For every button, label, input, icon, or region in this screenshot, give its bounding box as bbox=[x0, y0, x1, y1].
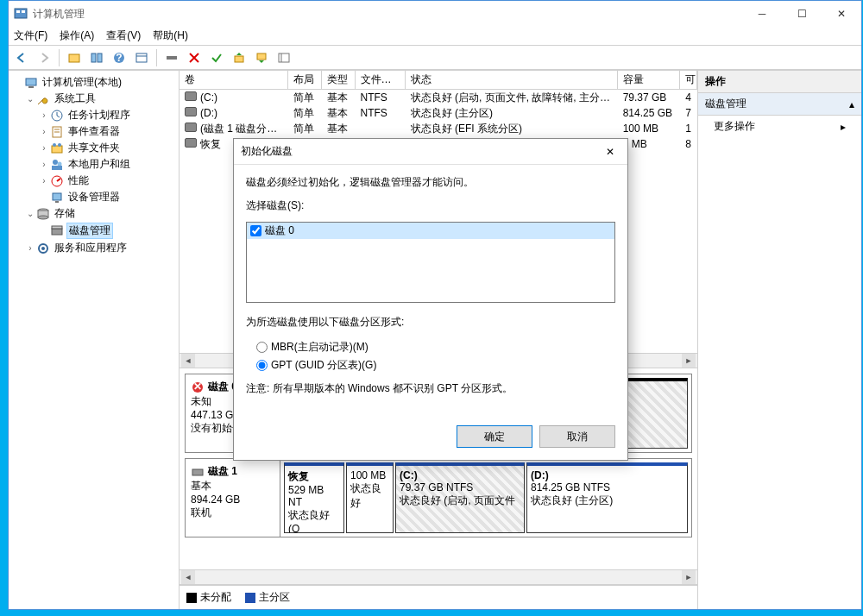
chevron-right-icon: ▸ bbox=[841, 121, 846, 133]
menu-view[interactable]: 查看(V) bbox=[106, 28, 141, 43]
tree-task-scheduler[interactable]: ›任务计划程序 bbox=[10, 107, 177, 123]
svg-text:✕: ✕ bbox=[193, 380, 202, 393]
folder-icon bbox=[67, 51, 81, 65]
clock-icon bbox=[50, 109, 64, 123]
mbr-radio[interactable] bbox=[256, 342, 268, 353]
svg-point-23 bbox=[58, 143, 61, 147]
svg-rect-0 bbox=[15, 9, 27, 18]
tree-device-manager[interactable]: 设备管理器 bbox=[10, 189, 177, 205]
h-scrollbar-bottom[interactable]: ◄► bbox=[180, 569, 697, 585]
tool-help[interactable]: ? bbox=[110, 48, 129, 67]
svg-rect-1 bbox=[16, 10, 20, 13]
col-filesystem[interactable]: 文件系统 bbox=[356, 71, 406, 89]
menu-help[interactable]: 帮助(H) bbox=[153, 28, 188, 43]
disk-down-icon bbox=[255, 51, 268, 65]
col-volume[interactable]: 卷 bbox=[180, 71, 288, 89]
scroll-left-icon[interactable]: ◄ bbox=[181, 354, 195, 368]
legend-swatch-unalloc bbox=[186, 593, 197, 603]
scroll-right-icon[interactable]: ► bbox=[682, 570, 696, 584]
ok-button[interactable]: 确定 bbox=[457, 425, 532, 448]
cancel-button[interactable]: 取消 bbox=[539, 425, 615, 448]
mbr-radio-row[interactable]: MBR(主启动记录)(M) bbox=[246, 338, 615, 356]
disk-row-1[interactable]: 磁盘 1 基本 894.24 GB 联机 恢复529 MB NT状态良好 (O … bbox=[185, 458, 692, 537]
tree-system-tools[interactable]: ⌄系统工具 bbox=[10, 91, 177, 107]
volume-row[interactable]: (C:)简单基本NTFS状态良好 (启动, 页面文件, 故障转储, 主分区)79… bbox=[180, 90, 697, 105]
svg-rect-21 bbox=[52, 146, 62, 153]
legend-swatch-primary bbox=[245, 593, 255, 603]
storage-icon bbox=[36, 207, 50, 221]
col-capacity[interactable]: 容量 bbox=[618, 71, 681, 89]
tool-refresh[interactable] bbox=[162, 48, 181, 67]
help-icon: ? bbox=[112, 51, 126, 65]
partition[interactable]: 100 MB状态良好 bbox=[346, 462, 394, 533]
tool-list[interactable] bbox=[132, 48, 151, 67]
forward-button[interactable] bbox=[35, 48, 54, 67]
gpt-radio-row[interactable]: GPT (GUID 分区表)(G) bbox=[246, 356, 615, 374]
close-button[interactable]: ✕ bbox=[822, 1, 861, 27]
partition[interactable]: (D:)814.25 GB NTFS状态良好 (主分区) bbox=[526, 462, 688, 533]
tool-props[interactable] bbox=[65, 48, 84, 67]
menu-action[interactable]: 操作(A) bbox=[60, 28, 94, 43]
partition[interactable]: 恢复529 MB NT状态良好 (O bbox=[284, 462, 344, 533]
svg-rect-3 bbox=[69, 54, 79, 62]
partition-style-label: 为所选磁盘使用以下磁盘分区形式: bbox=[246, 315, 615, 330]
tree-disk-management[interactable]: 磁盘管理 bbox=[10, 222, 177, 240]
nav-tree[interactable]: 计算机管理(本地) ⌄系统工具 ›任务计划程序 ›事件查看器 ›共享文件夹 ›本… bbox=[9, 71, 180, 609]
tree-shared-folders[interactable]: ›共享文件夹 bbox=[10, 140, 177, 156]
volume-row[interactable]: (磁盘 1 磁盘分区 2)简单基本状态良好 (EFI 系统分区)100 MB1 bbox=[180, 121, 697, 136]
perf-icon bbox=[50, 174, 64, 188]
legend: 未分配 主分区 bbox=[180, 585, 697, 609]
init-disk-dialog: 初始化磁盘 ✕ 磁盘必须经过初始化，逻辑磁盘管理器才能访问。 选择磁盘(S): … bbox=[233, 138, 628, 461]
select-disk-label: 选择磁盘(S): bbox=[246, 198, 615, 213]
tree-root[interactable]: 计算机管理(本地) bbox=[10, 74, 177, 91]
volume-header[interactable]: 卷 布局 类型 文件系统 状态 容量 可 bbox=[180, 71, 697, 90]
dialog-close-button[interactable]: ✕ bbox=[593, 139, 627, 165]
gpt-radio[interactable] bbox=[256, 360, 268, 371]
maximize-button[interactable]: ☐ bbox=[782, 1, 822, 27]
partition[interactable]: (C:)79.37 GB NTFS状态良好 (启动, 页面文件 bbox=[395, 462, 525, 533]
scroll-left-icon[interactable]: ◄ bbox=[181, 570, 195, 584]
dialog-titlebar[interactable]: 初始化磁盘 ✕ bbox=[234, 139, 627, 165]
col-type[interactable]: 类型 bbox=[322, 71, 356, 89]
close-icon: ✕ bbox=[606, 146, 614, 158]
disk-icon bbox=[191, 465, 205, 479]
tree-services-apps[interactable]: ›服务和应用程序 bbox=[10, 240, 177, 256]
menu-file[interactable]: 文件(F) bbox=[14, 28, 47, 43]
volume-row[interactable]: (D:)简单基本NTFS状态良好 (主分区)814.25 GB7 bbox=[180, 105, 697, 121]
disk-select-list[interactable]: 磁盘 0 bbox=[246, 222, 615, 303]
svg-rect-28 bbox=[53, 193, 61, 200]
wrench-icon bbox=[36, 92, 50, 106]
forward-icon bbox=[37, 51, 51, 65]
col-free[interactable]: 可 bbox=[680, 71, 697, 89]
minimize-button[interactable]: ─ bbox=[742, 1, 782, 27]
tree-event-viewer[interactable]: ›事件查看器 bbox=[10, 123, 177, 140]
tool-action2[interactable] bbox=[252, 48, 271, 67]
menubar: 文件(F) 操作(A) 查看(V) 帮助(H) bbox=[9, 27, 861, 46]
tool-check[interactable] bbox=[207, 48, 226, 67]
tree-performance[interactable]: ›性能 bbox=[10, 173, 177, 189]
tool-action1[interactable] bbox=[230, 48, 249, 67]
tool-delete[interactable] bbox=[185, 48, 204, 67]
svg-rect-33 bbox=[52, 229, 62, 235]
back-button[interactable] bbox=[12, 48, 31, 67]
disk-checkbox[interactable] bbox=[250, 225, 261, 236]
window-title: 计算机管理 bbox=[33, 7, 85, 22]
list-icon bbox=[135, 51, 148, 65]
check-icon bbox=[210, 51, 224, 65]
tool-view[interactable] bbox=[87, 48, 106, 67]
svg-rect-8 bbox=[136, 53, 147, 62]
col-layout[interactable]: 布局 bbox=[288, 71, 322, 89]
svg-rect-39 bbox=[192, 469, 203, 475]
svg-rect-12 bbox=[257, 53, 266, 60]
dialog-intro: 磁盘必须经过初始化，逻辑磁盘管理器才能访问。 bbox=[246, 175, 615, 190]
actions-more[interactable]: 更多操作▸ bbox=[698, 116, 861, 137]
dialog-title: 初始化磁盘 bbox=[241, 144, 293, 159]
actions-section[interactable]: 磁盘管理▴ bbox=[698, 93, 861, 116]
tool-detail[interactable] bbox=[274, 48, 293, 67]
tree-storage[interactable]: ⌄存储 bbox=[10, 205, 177, 222]
disk-select-item[interactable]: 磁盘 0 bbox=[247, 223, 614, 239]
disk1-info[interactable]: 磁盘 1 基本 894.24 GB 联机 bbox=[186, 459, 280, 537]
col-status[interactable]: 状态 bbox=[406, 71, 618, 89]
scroll-right-icon[interactable]: ► bbox=[682, 354, 696, 368]
tree-local-users[interactable]: ›本地用户和组 bbox=[10, 156, 177, 173]
